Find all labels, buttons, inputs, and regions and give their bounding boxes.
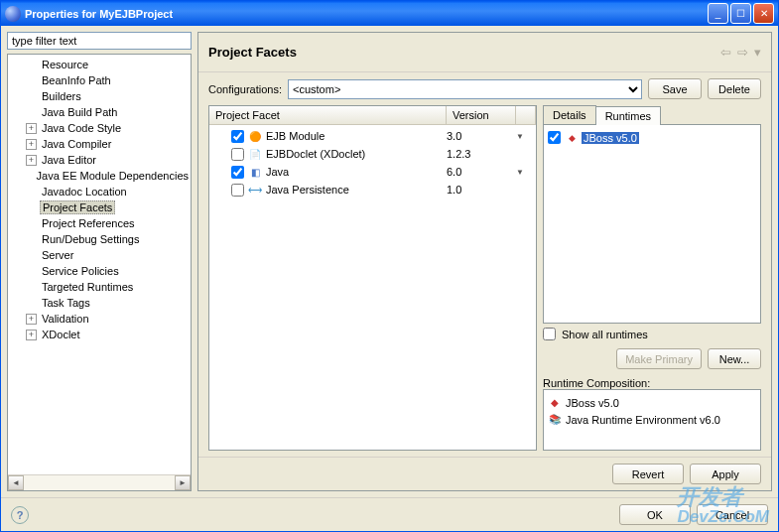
scroll-left-button[interactable]: ◄ xyxy=(8,475,24,490)
expand-icon[interactable]: + xyxy=(26,139,37,150)
nav-back-icon[interactable]: ⇦ xyxy=(720,45,731,60)
facet-row[interactable]: 📄EJBDoclet (XDoclet)1.2.3 xyxy=(209,145,536,163)
nav-fwd-icon[interactable]: ⇨ xyxy=(737,45,748,60)
expand-icon xyxy=(26,218,37,229)
expand-icon[interactable]: + xyxy=(26,155,37,166)
tree-item-run-debug-settings[interactable]: Run/Debug Settings xyxy=(8,231,191,247)
tree-item-task-tags[interactable]: Task Tags xyxy=(8,295,191,311)
page-title: Project Facets xyxy=(208,45,714,60)
runtime-checkbox[interactable] xyxy=(548,131,561,144)
composition-row: ◆JBoss v5.0 xyxy=(548,394,756,411)
expand-icon[interactable]: + xyxy=(26,330,37,340)
revert-button[interactable]: Revert xyxy=(612,464,684,484)
filter-input[interactable] xyxy=(7,32,192,50)
facet-version: 1.2.3 xyxy=(447,148,516,160)
help-icon[interactable]: ? xyxy=(11,506,29,524)
tree-item-label: Java Editor xyxy=(40,154,98,166)
tree-item-validation[interactable]: +Validation xyxy=(8,311,191,327)
runtime-composition-label: Runtime Composition: xyxy=(543,373,761,389)
expand-icon xyxy=(26,91,37,102)
horizontal-scrollbar[interactable]: ◄ ► xyxy=(8,474,191,490)
cancel-button[interactable]: Cancel xyxy=(697,504,768,525)
titlebar: Properties for MyEJBProject _ ☐ ✕ xyxy=(1,1,778,26)
close-button[interactable]: ✕ xyxy=(753,3,774,24)
expand-icon xyxy=(26,234,37,245)
tree-item-label: Java Build Path xyxy=(40,106,119,118)
scroll-right-button[interactable]: ► xyxy=(175,475,191,490)
make-primary-button[interactable]: Make Primary xyxy=(616,348,702,369)
tree-item-targeted-runtimes[interactable]: Targeted Runtimes xyxy=(8,279,191,295)
scroll-track[interactable] xyxy=(24,475,175,490)
tree-item-beaninfo-path[interactable]: BeanInfo Path xyxy=(8,72,191,88)
facet-checkbox[interactable] xyxy=(231,130,244,143)
save-button[interactable]: Save xyxy=(648,78,702,99)
expand-icon xyxy=(26,298,37,309)
doc-icon: 📄 xyxy=(248,147,262,161)
facet-version: 6.0 xyxy=(447,166,516,178)
tree-item-javadoc-location[interactable]: Javadoc Location xyxy=(8,184,191,200)
tree-item-server[interactable]: Server xyxy=(8,247,191,263)
facet-row[interactable]: ⟷Java Persistence1.0 xyxy=(209,181,536,199)
col-version[interactable]: Version xyxy=(447,106,516,124)
tree-item-java-code-style[interactable]: +Java Code Style xyxy=(8,120,191,136)
expand-icon xyxy=(26,60,37,70)
window-title: Properties for MyEJBProject xyxy=(25,8,706,20)
composition-row: 📚Java Runtime Environment v6.0 xyxy=(548,411,756,428)
new-runtime-button[interactable]: New... xyxy=(708,348,761,369)
tab-details[interactable]: Details xyxy=(543,105,596,124)
delete-button[interactable]: Delete xyxy=(708,78,761,99)
expand-icon xyxy=(26,202,37,213)
configurations-select[interactable]: <custom> xyxy=(288,79,642,99)
tree-item-label: XDoclet xyxy=(40,329,82,340)
expand-icon[interactable]: + xyxy=(26,314,37,325)
maximize-button[interactable]: ☐ xyxy=(730,3,751,24)
tree-item-java-ee-module-dependencies[interactable]: Java EE Module Dependencies xyxy=(8,168,191,184)
minimize-button[interactable]: _ xyxy=(708,3,728,24)
tree-item-label: Java EE Module Dependencies xyxy=(35,170,191,182)
tree-item-service-policies[interactable]: Service Policies xyxy=(8,263,191,279)
col-project-facet[interactable]: Project Facet xyxy=(209,106,447,124)
bean-icon: 🟠 xyxy=(248,129,262,143)
show-all-runtimes-checkbox[interactable] xyxy=(543,328,556,340)
tree-item-label: Java Compiler xyxy=(40,138,113,150)
tree-item-java-editor[interactable]: +Java Editor xyxy=(8,152,191,168)
configurations-label: Configurations: xyxy=(208,83,282,95)
facet-row[interactable]: 🟠EJB Module3.0▼ xyxy=(209,127,536,145)
facet-row[interactable]: ◧Java6.0▼ xyxy=(209,163,536,181)
version-dropdown-icon[interactable]: ▼ xyxy=(516,132,536,141)
show-all-runtimes-label: Show all runtimes xyxy=(562,329,648,340)
tree-item-label: Java Code Style xyxy=(40,122,123,134)
tree-item-label: BeanInfo Path xyxy=(40,74,113,86)
page-footer: Revert Apply xyxy=(198,457,771,490)
facet-checkbox[interactable] xyxy=(231,184,244,197)
facet-checkbox[interactable] xyxy=(231,148,244,161)
runtimes-list[interactable]: ◆JBoss v5.0 xyxy=(543,124,761,324)
runtime-composition-list: ◆JBoss v5.0📚Java Runtime Environment v6.… xyxy=(543,389,761,451)
nav-dd-icon[interactable]: ▾ xyxy=(754,45,761,60)
category-tree[interactable]: ResourceBeanInfo PathBuildersJava Build … xyxy=(7,54,192,491)
right-pane: Project Facets ⇦ ⇨ ▾ Configurations: <cu… xyxy=(197,32,772,491)
ok-button[interactable]: OK xyxy=(619,504,691,525)
eclipse-icon xyxy=(5,6,21,22)
jboss-icon: ◆ xyxy=(548,396,562,410)
version-dropdown-icon[interactable]: ▼ xyxy=(516,168,536,177)
tree-item-builders[interactable]: Builders xyxy=(8,88,191,104)
tree-item-project-facets[interactable]: Project Facets xyxy=(8,200,191,215)
facet-name: Java xyxy=(266,166,447,178)
col-dropdown xyxy=(516,106,536,124)
properties-dialog: Properties for MyEJBProject _ ☐ ✕ Resour… xyxy=(0,0,779,532)
facet-version: 3.0 xyxy=(447,130,516,142)
expand-icon xyxy=(26,171,32,182)
tree-item-project-references[interactable]: Project References xyxy=(8,215,191,231)
tab-runtimes[interactable]: Runtimes xyxy=(595,106,661,125)
tree-item-java-compiler[interactable]: +Java Compiler xyxy=(8,136,191,152)
apply-button[interactable]: Apply xyxy=(690,464,761,484)
facet-version: 1.0 xyxy=(447,184,516,196)
tree-item-xdoclet[interactable]: +XDoclet xyxy=(8,327,191,342)
facet-checkbox[interactable] xyxy=(231,166,244,179)
runtime-row[interactable]: ◆JBoss v5.0 xyxy=(548,129,756,146)
tree-item-label: Run/Debug Settings xyxy=(40,233,141,245)
tree-item-java-build-path[interactable]: Java Build Path xyxy=(8,104,191,120)
expand-icon[interactable]: + xyxy=(26,123,37,134)
tree-item-resource[interactable]: Resource xyxy=(8,57,191,72)
